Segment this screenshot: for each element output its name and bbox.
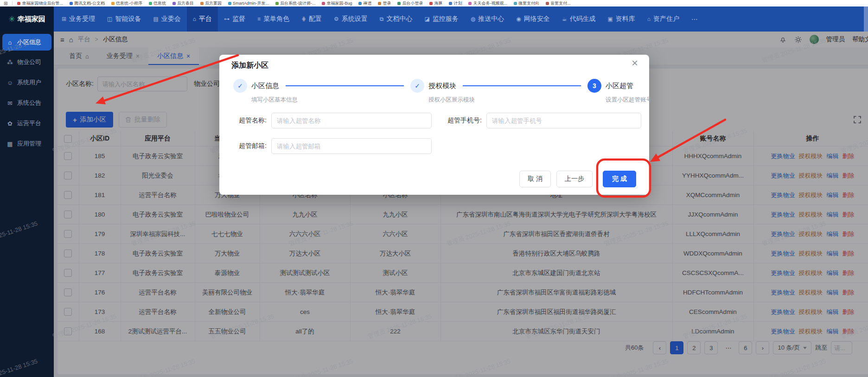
- header-nav-智能设备[interactable]: ◫智能设备: [101, 6, 147, 32]
- favicon: [228, 2, 231, 5]
- nav-icon: ⧉: [380, 16, 384, 22]
- favicon: [449, 2, 452, 5]
- logo-icon: ✳: [8, 14, 15, 24]
- nav-icon: ⊞: [62, 16, 66, 22]
- step-label: 小区超管: [606, 82, 633, 90]
- bookmark-label: 幸福家园物业后台管...: [22, 0, 63, 6]
- bookmark-item[interactable]: 幸福家园物业后台管...: [17, 0, 63, 6]
- favicon: [378, 2, 381, 5]
- header-nav-菜单角色[interactable]: ≡菜单角色: [251, 6, 295, 32]
- scrollbar-thumb[interactable]: [864, 6, 868, 32]
- header-nav-系统设置[interactable]: ⚙系统设置: [328, 6, 374, 32]
- close-icon[interactable]: ×: [632, 58, 638, 69]
- nav-icon: ⋕: [301, 16, 306, 22]
- sidebar-item-运营平台[interactable]: ✿运营平台: [0, 113, 54, 134]
- nav-icon: ⊶: [224, 16, 230, 22]
- header-nav-文档中心[interactable]: ⧉文档中心: [374, 6, 419, 32]
- bookmark-item[interactable]: 音里支付...: [546, 0, 571, 6]
- divider: [12, 1, 13, 6]
- bookmark-label: 幸福家园-Bug: [326, 0, 352, 6]
- favicon: [397, 2, 401, 5]
- header-nav-平台[interactable]: ⌂平台: [187, 6, 218, 32]
- nav-icon: ⌂: [193, 16, 196, 22]
- header-nav-配置[interactable]: ⋕配置: [295, 6, 328, 32]
- header-nav-more[interactable]: ⋯: [685, 6, 704, 32]
- step-description: 设置小区超管账号: [606, 96, 652, 104]
- favicon: [17, 2, 20, 5]
- bookmark-label: 后台小登录: [402, 0, 423, 6]
- sidebar-label: 系统公告: [17, 99, 41, 107]
- step-授权模块: ✓授权模块授权小区展示模块: [410, 79, 456, 93]
- favicon: [358, 2, 362, 5]
- nav-label: 文档中心: [386, 15, 412, 23]
- sidebar-item-系统用户[interactable]: ☺系统用户: [0, 72, 54, 93]
- sidebar-label: 运营平台: [17, 119, 41, 128]
- step-小区超管: 3小区超管设置小区超管账号: [587, 79, 633, 93]
- header-nav-业务受理[interactable]: ⊞业务受理: [56, 6, 101, 32]
- bookmark-item[interactable]: 后台小登录: [397, 0, 423, 6]
- sidebar-icon: ⁂: [6, 59, 13, 66]
- bookmark-item[interactable]: 天天会务-视频观...: [468, 0, 507, 6]
- admin-name-input[interactable]: [271, 113, 432, 128]
- bookmark-label: 信息统: [153, 0, 166, 6]
- bookmark-item[interactable]: 后方案园: [200, 0, 222, 6]
- bookmark-label: 后方条目: [177, 0, 194, 6]
- admin-email-field: 超管邮箱:: [239, 138, 432, 154]
- bookmarks-list: 幸福家园物业后台管...腾讯文档-公文档信息统-小程序信息统后方条目后方案园Sm…: [17, 0, 570, 6]
- bookmark-item[interactable]: 禅道: [358, 0, 371, 6]
- bookmark-item[interactable]: 腾讯文档-公文档: [70, 0, 105, 6]
- bookmark-item[interactable]: 后方条目: [172, 0, 194, 6]
- bookmark-item[interactable]: SmartAdmin-开发...: [228, 0, 269, 6]
- favicon: [429, 2, 433, 5]
- bookmark-item[interactable]: 微里支付向: [514, 0, 539, 6]
- header-nav-网络安全[interactable]: ◉网络安全: [510, 6, 555, 32]
- modal-footer: 取 消 上一步 完 成: [519, 171, 636, 187]
- step-description: 授权小区展示模块: [428, 96, 475, 104]
- nav-icon: ▣: [608, 16, 613, 22]
- bookmark-item[interactable]: 信息统: [149, 0, 166, 6]
- header-nav-监控服务[interactable]: ◪监控服务: [418, 6, 464, 32]
- bookmark-item[interactable]: 计划: [449, 0, 462, 6]
- nav-label: 监控服务: [433, 15, 459, 23]
- previous-step-button[interactable]: 上一步: [556, 171, 593, 187]
- nav-icon: ▤: [153, 16, 158, 22]
- nav-icon: ☕: [562, 16, 567, 22]
- nav-icon: ⌂: [647, 16, 651, 22]
- app-logo[interactable]: ✳ 幸福家园: [0, 6, 54, 32]
- header-nav-推送中心[interactable]: ◍推送中心: [465, 6, 510, 32]
- bookmark-item[interactable]: 海豚: [429, 0, 442, 6]
- sidebar-label: 应用管理: [17, 140, 41, 148]
- cancel-button[interactable]: 取 消: [519, 171, 551, 187]
- nav-icon: ◪: [424, 16, 429, 22]
- admin-phone-field: 超管手机号:: [447, 113, 641, 128]
- step-label: 授权模块: [428, 82, 456, 90]
- bookmark-item[interactable]: 登录: [378, 0, 391, 6]
- header-nav-代码生成[interactable]: ☕代码生成: [556, 6, 602, 32]
- admin-phone-input[interactable]: [486, 113, 641, 128]
- apps-grid-icon[interactable]: ⊞: [4, 1, 7, 6]
- sidebar-item-小区信息[interactable]: ⌂小区信息: [2, 34, 51, 51]
- admin-email-label: 超管邮箱:: [239, 142, 267, 150]
- step-小区信息: ✓小区信息填写小区基本信息: [233, 79, 279, 93]
- bookmarks-bar: ⊞ 幸福家园物业后台管...腾讯文档-公文档信息统-小程序信息统后方条目后方案园…: [0, 0, 868, 7]
- nav-label: 监督: [232, 15, 245, 23]
- header-nav-监督[interactable]: ⊶监督: [218, 6, 251, 32]
- admin-name-label: 超管名称:: [239, 116, 267, 125]
- step-description: 填写小区基本信息: [251, 96, 298, 104]
- bookmark-item[interactable]: 后台系统-设计师-...: [275, 0, 316, 6]
- nav-label: 网络安全: [524, 15, 550, 23]
- sidebar-item-物业公司[interactable]: ⁂物业公司: [0, 52, 54, 72]
- header-nav-资料库[interactable]: ▣资料库: [602, 6, 641, 32]
- finish-button[interactable]: 完 成: [603, 171, 636, 187]
- admin-email-input[interactable]: [271, 138, 432, 154]
- sidebar-icon: ⌂: [6, 39, 13, 46]
- bookmark-item[interactable]: 幸福家园-Bug: [322, 0, 352, 6]
- bookmark-label: 计划: [453, 0, 462, 6]
- sidebar-item-系统公告[interactable]: ✉系统公告: [0, 93, 54, 113]
- modal-title: 添加新小区: [231, 61, 268, 70]
- bookmark-item[interactable]: 信息统-小程序: [111, 0, 142, 6]
- header-nav-业委会[interactable]: ▤业委会: [147, 6, 186, 32]
- sidebar-item-应用管理[interactable]: ▦应用管理: [0, 134, 54, 154]
- add-community-modal: 添加新小区 × ✓小区信息填写小区基本信息✓授权模块授权小区展示模块3小区超管设…: [219, 55, 649, 195]
- header-nav-资产住户[interactable]: ⌂资产住户: [641, 6, 685, 32]
